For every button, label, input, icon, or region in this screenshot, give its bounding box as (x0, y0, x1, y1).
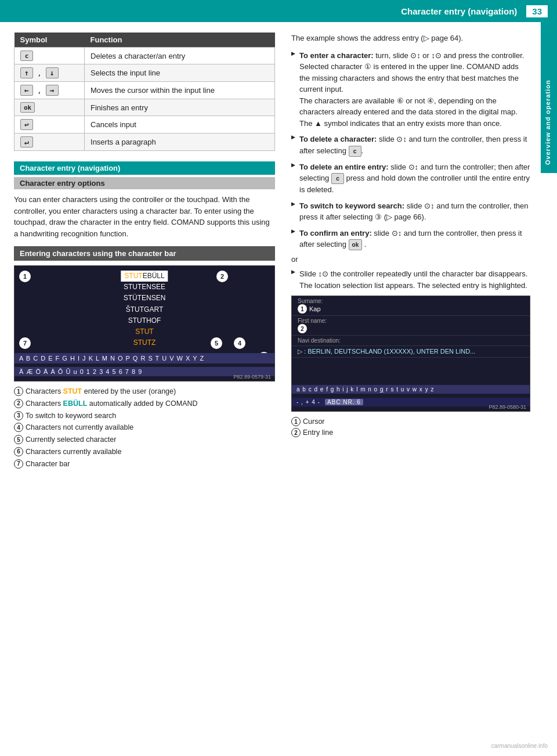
badge-2: 2 (216, 271, 228, 282)
char-bar-header-label: Entering characters using the character … (20, 249, 176, 258)
list-item: 4 Characters not currently available (14, 422, 275, 433)
bullet-confirm: To confirm an entry: slide ⊙↕ and turn t… (291, 228, 530, 251)
table-row: ← , → Moves the cursor within the input … (15, 82, 275, 99)
bullet-enter-char: To enter a character: turn, slide ⊙↕ or … (291, 50, 530, 129)
table-header-function: Function (85, 33, 275, 48)
list-item: 3 To switch to keyword search (14, 411, 275, 422)
symbol-leftright: ← , → (15, 82, 85, 99)
function-cursor: Moves the cursor within the input line (85, 82, 275, 99)
table-row: c Deletes a character/an entry (15, 48, 275, 64)
list-item: STUTHOF (121, 315, 168, 326)
left-column: Symbol Function c Deletes a character/an… (0, 22, 284, 485)
function-paragraph: Inserts a paragraph (85, 134, 275, 151)
dest-annotations: 1 Cursor 2 Entry line (291, 416, 530, 438)
bullet-delete-char: To delete a character: slide ⊙↕ and turn… (291, 134, 530, 157)
header-title: Character entry (navigation) (401, 6, 517, 16)
annot-entry-line: 2 Entry line (291, 427, 530, 438)
main-content: Symbol Function c Deletes a character/an… (0, 22, 557, 485)
list-item: 1 Characters STUT entered by the user (o… (14, 386, 275, 397)
photo-label: P82.89-0579-31 (233, 374, 271, 380)
side-tab-label: Overview and operation (544, 80, 551, 165)
function-delete: Deletes a character/an entry (85, 48, 275, 64)
subsection-header: Character entry options (14, 177, 275, 189)
nav-image: 1 2 3 4 5 7 STUTEBÜLL STUTENSEE STÜTENSE… (14, 265, 275, 381)
nav-destination-image: Surname: 1Kap First name: 2 Navi destina… (291, 296, 530, 412)
annot-entry-line-label: Entry line (303, 427, 333, 438)
section-header: Character entry (navigation) (14, 161, 275, 175)
field-surname: Surname: 1Kap (292, 296, 530, 316)
bullet-keyword-search: To switch to keyword search: slide ⊙↕ an… (291, 200, 530, 223)
table-header-symbol: Symbol (15, 33, 85, 48)
badge-4: 4 (234, 337, 245, 349)
nav-list: STUTEBÜLL STUTENSEE STÜTENSEN ŠTUTGART S… (121, 271, 168, 348)
symbol-c: c (15, 48, 85, 64)
badge-7: 7 (19, 337, 31, 349)
list-item: STUTENSEE (121, 282, 168, 293)
char-bar-legend: 1 Characters STUT entered by the user (o… (14, 386, 275, 469)
watermark: carmanualsоnline.info (491, 743, 548, 749)
body-text: You can enter characters using the contr… (14, 194, 275, 239)
list-item: STUTEBÜLL (121, 271, 168, 282)
list-item: 5 Currently selected character (14, 434, 275, 445)
list-item: 6 Characters currently available (14, 447, 275, 458)
bullet-delete-entry: To delete an entire entry: slide ⊙↕ and … (291, 161, 530, 196)
function-finish: Finishes an entry (85, 99, 275, 116)
table-row: ok Finishes an entry (15, 99, 275, 116)
list-item: ŠTUTGART (121, 304, 168, 315)
symbol-table: Symbol Function c Deletes a character/an… (14, 33, 275, 151)
field-firstname: First name: 2 (292, 316, 530, 336)
bullet-slide: Slide ↕⊙ the controller repeatedly until… (291, 268, 530, 291)
right-column: The example shows the address entry (▷ p… (284, 22, 540, 485)
list-item: 7 Character bar (14, 459, 275, 470)
header-bar: Character entry (navigation) 33 (0, 0, 557, 22)
list-item: STUT (121, 326, 168, 337)
page-number: 33 (526, 5, 548, 17)
badge-1: 1 (19, 271, 31, 282)
function-cancel: Cancels input (85, 116, 275, 134)
list-item: 2 Characters EBÜLL automatically added b… (14, 398, 275, 409)
side-tab: Overview and operation (541, 22, 557, 173)
list-item: STUTZ (121, 337, 168, 348)
symbol-cancel: ↩ (15, 116, 85, 134)
annot-cursor-label: Cursor (303, 416, 325, 427)
symbol-ok: ok (15, 99, 85, 116)
table-row: ↵ Inserts a paragraph (15, 134, 275, 151)
table-row: ↩ Cancels input (15, 116, 275, 134)
field-navi: Navi destination: (292, 336, 530, 346)
function-select-input: Selects the input line (85, 64, 275, 82)
symbol-paragraph: ↵ (15, 134, 85, 151)
symbol-updown: ↑ , ↓ (15, 64, 85, 82)
intro-text: The example shows the address entry (▷ p… (291, 33, 530, 44)
or-separator: or (291, 255, 530, 264)
dest-photo-label: P82.89-0580-31 (489, 404, 526, 410)
badge-5: 5 (211, 337, 222, 349)
field-address: ▷ : BERLIN, DEUTSCHLAND (1XXXXX), UNTER … (292, 346, 530, 358)
table-row: ↑ , ↓ Selects the input line (15, 64, 275, 82)
char-row: A B C D E F G H I J K L M N O P Q R S T … (15, 353, 274, 363)
dest-char-row: a b c d e f g h i j k l m n o q r s t u … (292, 385, 530, 394)
annot-cursor: 1 Cursor (291, 416, 530, 427)
char-bar-header: Entering characters using the character … (14, 246, 275, 261)
list-item: STÜTENSEN (121, 293, 168, 304)
